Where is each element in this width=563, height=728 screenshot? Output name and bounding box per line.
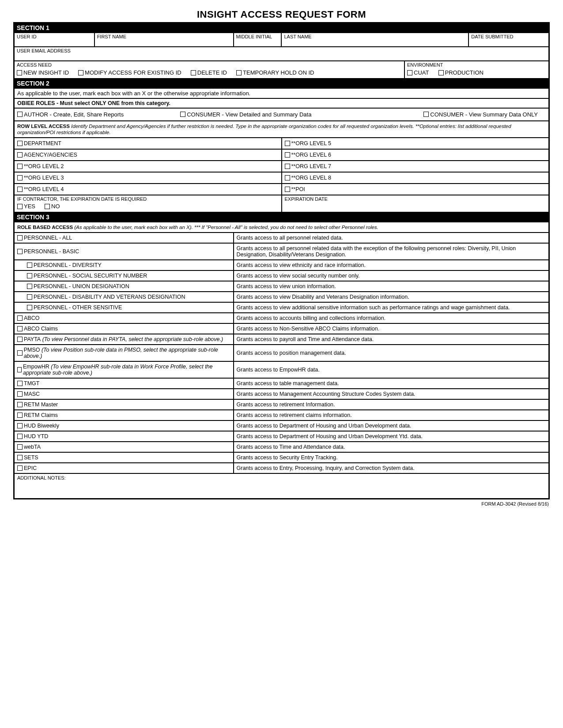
role-label-cell[interactable]: PERSONNEL - DIVERSITY [14,260,234,270]
checkbox-icon[interactable] [17,465,23,471]
role-label-cell[interactable]: HUD Biweekly [14,420,234,431]
role-label-cell[interactable]: RETM Claims [14,410,234,420]
user-id-cell[interactable]: USER ID [14,33,94,47]
role-label-cell[interactable]: webTA [14,442,234,452]
checkbox-icon[interactable] [423,112,429,117]
role-label-cell[interactable]: MASC [14,389,234,399]
expiration-date-cell[interactable]: EXPIRATION DATE [282,195,549,212]
role-label-cell[interactable]: PERSONNEL - DISABILITY AND VETERANS DESI… [14,292,234,302]
role-desc-cell: Grants access to Department of Housing a… [234,431,549,442]
checkbox-icon[interactable] [17,164,23,169]
opt-production[interactable]: PRODUCTION [438,69,484,76]
checkbox-icon[interactable] [27,273,32,278]
opt-cuat[interactable]: CUAT [407,69,429,76]
checkbox-icon[interactable] [45,204,50,209]
first-name-cell[interactable]: FIRST NAME [94,33,234,47]
checkbox-icon[interactable] [27,294,32,300]
opt-author[interactable]: AUTHOR - Create, Edit, Share Reports [17,111,124,118]
role-label-cell[interactable]: RETM Master [14,399,234,410]
checkbox-icon[interactable] [285,187,290,192]
opt-modify[interactable]: MODIFY ACCESS FOR EXISTING ID [78,69,181,76]
checkbox-icon[interactable] [17,434,23,439]
checkbox-icon[interactable] [17,413,23,418]
checkbox-icon[interactable] [17,175,23,180]
role-label-cell[interactable]: HUD YTD [14,431,234,442]
role-label-cell[interactable]: SETS [14,452,234,463]
additional-notes[interactable]: ADDITIONAL NOTES: [14,473,549,499]
last-name-cell[interactable]: LAST NAME [281,33,469,47]
opt-no[interactable]: NO [45,203,60,210]
date-submitted-cell[interactable]: DATE SUBMITTED [469,33,549,47]
rba-instr: ROLE BASED ACCESS (As applicable to the … [14,222,549,233]
checkbox-icon[interactable] [17,249,23,254]
email-cell[interactable]: USER EMAIL ADDRESS [14,47,549,61]
checkbox-icon[interactable] [78,70,83,75]
role-label-cell[interactable]: PERSONNEL - OTHER SENSITIVE [14,302,234,313]
role-desc-cell: Grants access to Entry, Processing, Inqu… [234,463,549,473]
checkbox-icon[interactable] [17,402,23,407]
role-label-cell[interactable]: EmpowHR (To view EmpowHR sub-role data i… [14,361,234,378]
ol7-cell[interactable]: **ORG LEVEL 7 [282,161,549,172]
checkbox-icon[interactable] [17,337,23,342]
checkbox-icon[interactable] [17,315,23,321]
role-label-cell[interactable]: PERSONNEL - ALL [14,233,234,243]
checkbox-icon[interactable] [17,381,23,386]
ol8-cell[interactable]: **ORG LEVEL 8 [282,172,549,184]
checkbox-icon[interactable] [17,326,23,331]
checkbox-icon[interactable] [17,423,23,428]
obiee-row: AUTHOR - Create, Edit, Share Reports CON… [14,108,549,121]
ol5-cell[interactable]: **ORG LEVEL 5 [282,138,549,149]
checkbox-icon[interactable] [17,187,23,192]
ol6-cell[interactable]: **ORG LEVEL 6 [282,149,549,161]
checkbox-icon[interactable] [285,164,290,169]
opt-yes[interactable]: YES [17,203,35,210]
role-label-cell[interactable]: PERSONNEL - BASIC [14,243,234,260]
poi-cell[interactable]: **POI [282,184,549,195]
checkbox-icon[interactable] [27,263,32,268]
checkbox-icon[interactable] [17,70,22,75]
checkbox-icon[interactable] [17,391,23,397]
checkbox-icon[interactable] [438,70,444,75]
role-label-cell[interactable]: EPIC [14,463,234,473]
ol2-cell[interactable]: **ORG LEVEL 2 [14,161,282,172]
role-row: PAYTA (To view Personnel data in PAYTA, … [14,334,549,345]
role-label-cell[interactable]: PAYTA (To view Personnel data in PAYTA, … [14,334,234,345]
role-desc-cell: Grants access to Non-Sensitive ABCO Clai… [234,323,549,334]
checkbox-icon[interactable] [191,70,196,75]
checkbox-icon[interactable] [17,112,23,117]
checkbox-icon[interactable] [236,70,242,75]
opt-hold[interactable]: TEMPORARY HOLD ON ID [236,69,314,76]
agency-cell[interactable]: AGENCY/AGENCIES [14,149,282,161]
opt-delete[interactable]: DELETE ID [191,69,227,76]
checkbox-icon[interactable] [285,141,290,146]
opt-new-insight[interactable]: NEW INSIGHT ID [17,69,69,76]
checkbox-icon[interactable] [407,70,412,75]
checkbox-icon[interactable] [17,152,23,158]
dept-cell[interactable]: DEPARTMENT [14,138,282,149]
mi-cell[interactable]: MIDDLE INITIAL [234,33,282,47]
role-desc-cell: Grants access to view union information. [234,281,549,292]
checkbox-icon[interactable] [27,305,32,310]
ol3-cell[interactable]: **ORG LEVEL 3 [14,172,282,184]
ol4-cell[interactable]: **ORG LEVEL 4 [14,184,282,195]
checkbox-icon[interactable] [17,367,22,372]
role-label-cell[interactable]: PERSONNEL - UNION DESIGNATION [14,281,234,292]
role-label-cell[interactable]: ABCO Claims [14,323,234,334]
checkbox-icon[interactable] [17,204,23,209]
role-label-cell[interactable]: TMGT [14,378,234,389]
checkbox-icon[interactable] [285,152,290,158]
checkbox-icon[interactable] [17,141,23,146]
checkbox-icon[interactable] [17,444,23,450]
checkbox-icon[interactable] [27,284,32,289]
checkbox-icon[interactable] [180,112,185,117]
role-label: PERSONNEL - ALL [24,235,72,241]
role-label-cell[interactable]: PMSO (To view Position sub-role data in … [14,345,234,361]
opt-consumer-summary[interactable]: CONSUMER - View Summary Data ONLY [423,111,538,118]
checkbox-icon[interactable] [285,175,290,180]
checkbox-icon[interactable] [17,235,23,240]
checkbox-icon[interactable] [17,350,23,356]
role-label-cell[interactable]: PERSONNEL - SOCIAL SECURITY NUMBER [14,270,234,281]
role-label-cell[interactable]: ABCO [14,313,234,323]
opt-consumer-detailed[interactable]: CONSUMER - View Detailed and Summary Dat… [180,111,311,118]
checkbox-icon[interactable] [17,455,23,460]
